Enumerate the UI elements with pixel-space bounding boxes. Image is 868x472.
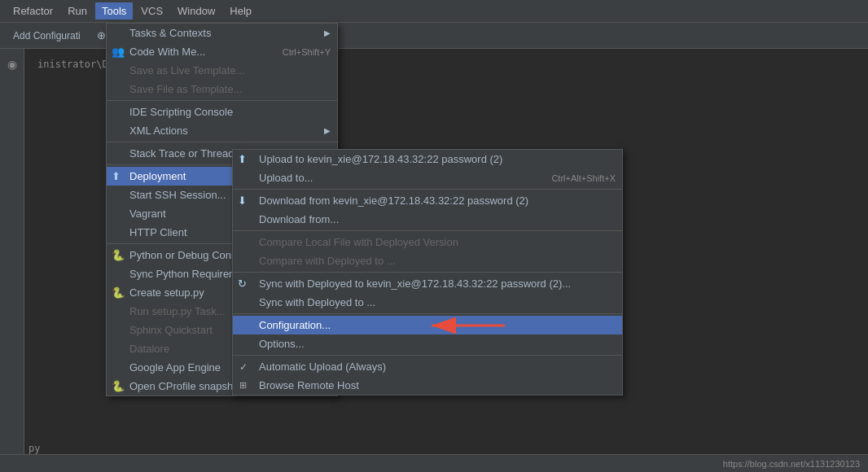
ide-editor: inistrator\Deskt — [24, 49, 868, 472]
menu-vcs[interactable]: VCS — [134, 2, 169, 20]
ide-sidebar: ◉ — [0, 49, 24, 472]
menu-refactor[interactable]: Refactor — [7, 2, 59, 20]
ide-main: ◉ inistrator\Deskt — [0, 49, 868, 472]
list-icon[interactable]: ☰ — [110, 28, 126, 44]
menubar: Refactor Run Tools VCS Window Help — [0, 0, 868, 23]
globe-icon[interactable]: ⊕ — [94, 28, 110, 44]
editor-file-type: py — [28, 443, 40, 454]
breadcrumb: inistrator\Deskt — [31, 55, 861, 73]
menu-tools[interactable]: Tools — [95, 2, 133, 20]
statusbar: https://blog.csdn.net/x1131230123 — [0, 454, 868, 472]
menu-run[interactable]: Run — [61, 2, 94, 20]
sidebar-icon-1[interactable]: ◉ — [3, 55, 21, 73]
toolbar: Add Configurati ⊕ ☰ — [0, 23, 868, 49]
status-url: https://blog.csdn.net/x1131230123 — [723, 459, 860, 469]
menu-help[interactable]: Help — [223, 2, 258, 20]
add-config-button[interactable]: Add Configurati — [7, 28, 87, 44]
menu-window[interactable]: Window — [171, 2, 221, 20]
